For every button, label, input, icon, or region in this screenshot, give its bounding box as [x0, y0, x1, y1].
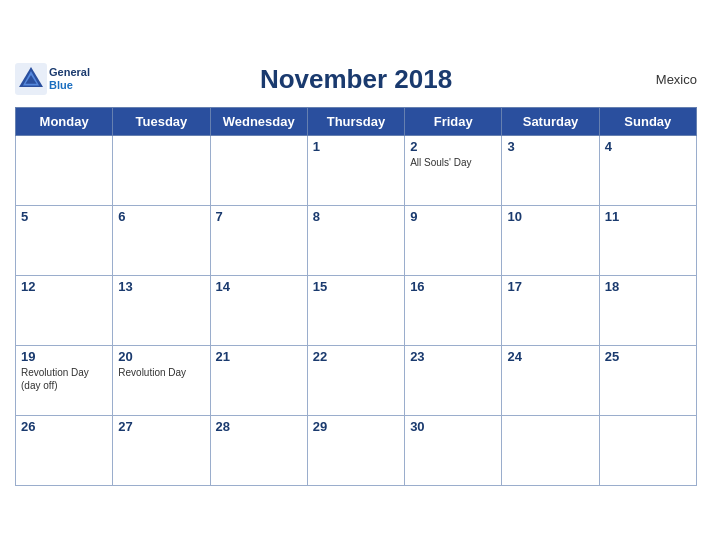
calendar-cell: 25: [599, 345, 696, 415]
calendar-cell: 17: [502, 275, 599, 345]
logo-text: General Blue: [49, 66, 90, 92]
calendar-cell: 14: [210, 275, 307, 345]
calendar-cell: 4: [599, 135, 696, 205]
header-friday: Friday: [405, 107, 502, 135]
holiday-label: Revolution Day: [118, 366, 204, 379]
header-sunday: Sunday: [599, 107, 696, 135]
day-number: 26: [21, 419, 107, 434]
calendar-cell: 3: [502, 135, 599, 205]
day-number: 21: [216, 349, 302, 364]
calendar-week-row: 12131415161718: [16, 275, 697, 345]
calendar-week-row: 12All Souls' Day34: [16, 135, 697, 205]
calendar-cell: 9: [405, 205, 502, 275]
day-number: 11: [605, 209, 691, 224]
day-number: 10: [507, 209, 593, 224]
calendar-cell: 18: [599, 275, 696, 345]
header-tuesday: Tuesday: [113, 107, 210, 135]
calendar-cell: 26: [16, 415, 113, 485]
calendar-cell: 7: [210, 205, 307, 275]
day-number: 12: [21, 279, 107, 294]
calendar-cell: 29: [307, 415, 404, 485]
generalblue-logo-icon: [15, 63, 47, 95]
calendar-cell: [210, 135, 307, 205]
calendar-title: November 2018: [260, 64, 452, 95]
day-number: 14: [216, 279, 302, 294]
logo-area: General Blue: [15, 63, 90, 95]
calendar-cell: [16, 135, 113, 205]
day-number: 9: [410, 209, 496, 224]
weekday-header-row: Monday Tuesday Wednesday Thursday Friday…: [16, 107, 697, 135]
calendar-cell: 10: [502, 205, 599, 275]
calendar-cell: 5: [16, 205, 113, 275]
calendar-cell: 15: [307, 275, 404, 345]
calendar-cell: 2All Souls' Day: [405, 135, 502, 205]
day-number: 24: [507, 349, 593, 364]
day-number: 20: [118, 349, 204, 364]
day-number: 25: [605, 349, 691, 364]
calendar-table: Monday Tuesday Wednesday Thursday Friday…: [15, 107, 697, 486]
day-number: 8: [313, 209, 399, 224]
calendar-cell: [502, 415, 599, 485]
day-number: 16: [410, 279, 496, 294]
day-number: 15: [313, 279, 399, 294]
day-number: 28: [216, 419, 302, 434]
calendar-cell: 19Revolution Day (day off): [16, 345, 113, 415]
day-number: 22: [313, 349, 399, 364]
day-number: 7: [216, 209, 302, 224]
day-number: 30: [410, 419, 496, 434]
header-wednesday: Wednesday: [210, 107, 307, 135]
header-thursday: Thursday: [307, 107, 404, 135]
header-monday: Monday: [16, 107, 113, 135]
calendar-cell: 27: [113, 415, 210, 485]
calendar-week-row: 19Revolution Day (day off)20Revolution D…: [16, 345, 697, 415]
calendar-cell: 24: [502, 345, 599, 415]
day-number: 1: [313, 139, 399, 154]
calendar-cell: 13: [113, 275, 210, 345]
calendar-container: General Blue November 2018 Mexico Monday…: [0, 50, 712, 501]
calendar-cell: [113, 135, 210, 205]
day-number: 13: [118, 279, 204, 294]
calendar-header: General Blue November 2018 Mexico: [15, 60, 697, 99]
calendar-week-row: 2627282930: [16, 415, 697, 485]
holiday-label: All Souls' Day: [410, 156, 496, 169]
calendar-cell: 16: [405, 275, 502, 345]
calendar-cell: 21: [210, 345, 307, 415]
day-number: 27: [118, 419, 204, 434]
calendar-cell: [599, 415, 696, 485]
day-number: 23: [410, 349, 496, 364]
day-number: 29: [313, 419, 399, 434]
day-number: 6: [118, 209, 204, 224]
calendar-cell: 28: [210, 415, 307, 485]
day-number: 4: [605, 139, 691, 154]
day-number: 5: [21, 209, 107, 224]
calendar-cell: 23: [405, 345, 502, 415]
day-number: 19: [21, 349, 107, 364]
calendar-cell: 8: [307, 205, 404, 275]
calendar-cell: 6: [113, 205, 210, 275]
day-number: 3: [507, 139, 593, 154]
calendar-cell: 30: [405, 415, 502, 485]
day-number: 2: [410, 139, 496, 154]
calendar-cell: 1: [307, 135, 404, 205]
day-number: 18: [605, 279, 691, 294]
calendar-cell: 20Revolution Day: [113, 345, 210, 415]
country-label: Mexico: [656, 72, 697, 87]
calendar-week-row: 567891011: [16, 205, 697, 275]
calendar-cell: 11: [599, 205, 696, 275]
day-number: 17: [507, 279, 593, 294]
holiday-label: Revolution Day (day off): [21, 366, 107, 392]
calendar-cell: 22: [307, 345, 404, 415]
calendar-cell: 12: [16, 275, 113, 345]
header-saturday: Saturday: [502, 107, 599, 135]
